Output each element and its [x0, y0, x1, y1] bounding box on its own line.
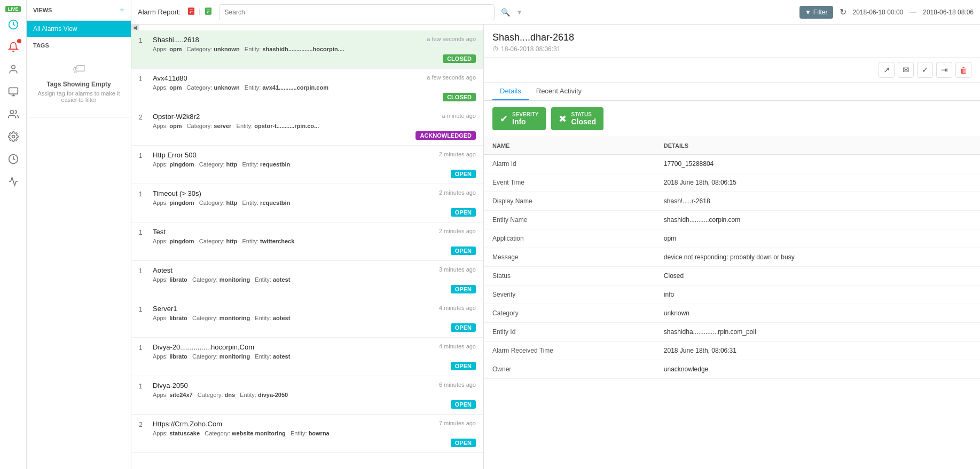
- severity-text: SEVERITY Info: [512, 112, 538, 126]
- row-name: Entity Id: [484, 323, 655, 341]
- row-name: Alarm Received Time: [484, 341, 655, 360]
- alarm-item[interactable]: 1 Divya-20................hocorpin.Com 4…: [131, 338, 483, 376]
- alarm-item[interactable]: 1 Aotest 3 minutes ago Apps: librato Cat…: [131, 261, 483, 299]
- nav-icon-dashboard[interactable]: [3, 14, 23, 35]
- table-row: Entity Id shashidha..............rpin.co…: [484, 323, 980, 341]
- pdf-icon[interactable]: [187, 7, 195, 18]
- alarm-meta: Apps: statuscake Category: website monit…: [153, 430, 476, 436]
- alarm-status-badge: CLOSED: [443, 93, 476, 101]
- excel-icon[interactable]: [204, 7, 213, 18]
- refresh-button[interactable]: ↻: [840, 7, 846, 17]
- table-row: Event Time 2018 June 18th, 08:06:15: [484, 173, 980, 192]
- alarm-name: Http Error 500: [153, 151, 197, 159]
- severity-icon: ✔: [500, 113, 508, 125]
- alarm-count: 1: [139, 383, 147, 390]
- svg-point-5: [10, 110, 14, 114]
- alarm-name: Shashi.....2618: [153, 36, 199, 44]
- row-name: Entity Name: [484, 211, 655, 229]
- nav-icon-alerts[interactable]: [3, 37, 23, 57]
- alarm-item[interactable]: 1 Timeout (> 30s) 2 minutes ago Apps: pi…: [131, 184, 483, 222]
- detail-title: Shash....dhar-2618: [492, 32, 971, 43]
- tab-recent-activity[interactable]: Recent Activity: [529, 83, 589, 100]
- row-name: Owner: [484, 360, 655, 379]
- open-external-button[interactable]: ↗: [879, 62, 895, 78]
- nav-icon-settings-cog[interactable]: [3, 126, 23, 147]
- tab-details[interactable]: Details: [492, 83, 529, 100]
- row-name: Display Name: [484, 192, 655, 211]
- alarm-badges: OPEN: [153, 285, 476, 293]
- alarm-status-badge: CLOSED: [443, 54, 476, 63]
- add-view-icon[interactable]: +: [120, 5, 124, 15]
- assign-button[interactable]: ⇥: [936, 62, 952, 78]
- col-details: DETAILS: [655, 137, 980, 155]
- dropdown-icon[interactable]: ▼: [516, 9, 523, 16]
- sidebar: VIEWS + All Alarms View TAGS 🏷 Tags Show…: [27, 0, 131, 469]
- alarm-item[interactable]: 1 Divya-2050 6 minutes ago Apps: site24x…: [131, 376, 483, 415]
- nav-icon-monitor[interactable]: [3, 82, 23, 102]
- alarm-body: Divya-2050 6 minutes ago Apps: site24x7 …: [153, 381, 476, 409]
- collapse-button[interactable]: ◀: [131, 25, 139, 30]
- alarm-meta: Apps: librato Category: monitoring Entit…: [153, 315, 476, 321]
- search-input[interactable]: [219, 4, 495, 20]
- alarm-name: Opstor-W2k8r2: [153, 113, 200, 121]
- status-badge-card: ✖ STATUS Closed: [551, 107, 603, 130]
- nav-icon-user[interactable]: [3, 59, 23, 80]
- nav-icon-gear[interactable]: [3, 171, 23, 192]
- alarm-name: Divya-20................hocorpin.Com: [153, 343, 254, 351]
- alarm-status-badge: ACKNOWLEDGED: [415, 131, 476, 140]
- alarm-item[interactable]: 1 Server1 4 minutes ago Apps: librato Ca…: [131, 299, 483, 338]
- email-button[interactable]: ✉: [898, 62, 914, 78]
- date-range-to: 2018-06-18 08:06: [923, 9, 974, 16]
- top-bar: Alarm Report: | 🔍 ▼ ▼ Filter ↻ 2018-06-1…: [131, 0, 980, 25]
- svg-point-1: [11, 66, 15, 69]
- alarm-badges: OPEN: [153, 362, 476, 370]
- alarm-meta: Apps: pingdom Category: http Entity: req…: [153, 161, 476, 168]
- row-value: shash!.....r-2618: [655, 192, 980, 211]
- row-name: Message: [484, 248, 655, 267]
- alarm-item[interactable]: 1 Http Error 500 2 minutes ago Apps: pin…: [131, 146, 483, 184]
- delete-button[interactable]: 🗑: [955, 62, 971, 78]
- alarm-time: 4 minutes ago: [439, 305, 476, 311]
- alarm-item[interactable]: 2 Opstor-W2k8r2 a minute ago Apps: opm C…: [131, 107, 483, 146]
- alarm-time: 2 minutes ago: [439, 151, 476, 157]
- alarm-item[interactable]: 1 Test 2 minutes ago Apps: pingdom Categ…: [131, 222, 483, 261]
- alarm-time: 2 minutes ago: [439, 189, 476, 196]
- alarm-meta: Apps: opm Category: unknown Entity: avx4…: [153, 84, 476, 91]
- alarm-item[interactable]: 1 Avx411d80 a few seconds ago Apps: opm …: [131, 69, 483, 107]
- alarm-badges: OPEN: [153, 400, 476, 409]
- alarm-time: 3 minutes ago: [439, 266, 476, 273]
- alarm-item[interactable]: 1 Shashi.....2618 a few seconds ago Apps…: [131, 30, 483, 69]
- table-row: Application opm: [484, 229, 980, 248]
- alarm-item[interactable]: 2 Https://Crm.Zoho.Com 7 minutes ago App…: [131, 415, 483, 453]
- search-icon: 🔍: [501, 8, 510, 17]
- alarm-count: 1: [139, 190, 147, 198]
- nav-icon-team[interactable]: [3, 104, 23, 124]
- clock-icon: ⏱: [492, 45, 499, 53]
- table-row: Display Name shash!.....r-2618: [484, 192, 980, 211]
- alarm-body: Timeout (> 30s) 2 minutes ago Apps: ping…: [153, 189, 476, 217]
- row-name: Category: [484, 304, 655, 323]
- row-name: Status: [484, 267, 655, 285]
- table-row: Owner unacknowledge: [484, 360, 980, 379]
- alarm-badges: OPEN: [153, 170, 476, 178]
- alarm-time: 6 minutes ago: [439, 381, 476, 388]
- detail-tabs: Details Recent Activity: [484, 83, 980, 101]
- views-header: VIEWS +: [27, 0, 131, 21]
- table-row: Entity Name shashidh...........corpin.co…: [484, 211, 980, 229]
- alarm-list-container: ◀ 1 Shashi.....2618 a few seconds ago Ap…: [131, 25, 484, 469]
- all-alarms-button[interactable]: All Alarms View: [27, 21, 131, 37]
- severity-badge: ✔ SEVERITY Info: [492, 107, 546, 130]
- report-icons: |: [187, 7, 212, 18]
- alarm-body: Http Error 500 2 minutes ago Apps: pingd…: [153, 151, 476, 178]
- row-value: info: [655, 285, 980, 304]
- alarm-count: 1: [139, 152, 147, 160]
- nav-icon-clock[interactable]: [3, 149, 23, 169]
- row-value: shashidh...........corpin.com: [655, 211, 980, 229]
- filter-icon: ▼: [805, 9, 811, 16]
- row-value: Closed: [655, 267, 980, 285]
- filter-button[interactable]: ▼ Filter: [799, 6, 833, 19]
- alarm-meta: Apps: site24x7 Category: dns Entity: div…: [153, 392, 476, 398]
- acknowledge-button[interactable]: ✓: [917, 62, 933, 78]
- divider: |: [199, 7, 200, 18]
- alarm-report-title: Alarm Report:: [138, 8, 181, 16]
